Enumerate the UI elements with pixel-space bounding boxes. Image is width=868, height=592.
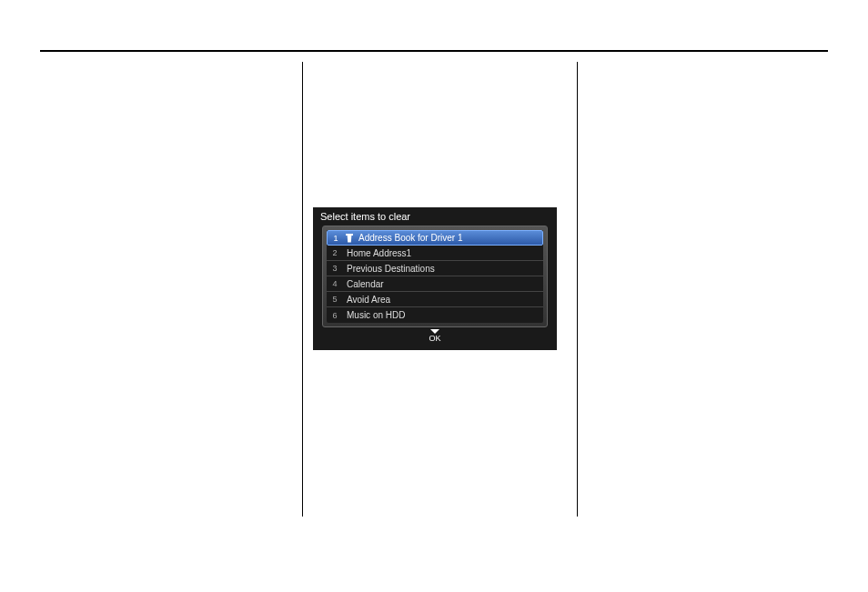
menu-item-label: Previous Destinations [343, 264, 543, 274]
column-divider [302, 62, 303, 517]
menu-item-label: Address Book for Driver 1 [355, 233, 542, 243]
menu-item-label: Home Address1 [343, 248, 543, 258]
menu-item[interactable]: 2Home Address1 [327, 246, 543, 261]
column-divider [577, 62, 578, 517]
screen-title: Select items to clear [313, 207, 557, 226]
menu-item-label: Avoid Area [343, 295, 543, 305]
menu-item-number: 3 [327, 264, 343, 273]
trash-icon [346, 234, 353, 243]
menu-item[interactable]: 1Address Book for Driver 1 [327, 230, 543, 246]
menu-item[interactable]: 4Calendar [327, 276, 543, 292]
menu-item-number: 5 [327, 295, 343, 304]
content-columns: Select items to clear 1Address Book for … [40, 62, 828, 517]
menu-item-label: Music on HDD [343, 310, 543, 320]
ok-label: OK [429, 334, 440, 343]
menu-list: 1Address Book for Driver 12Home Address1… [327, 230, 543, 323]
embedded-screenshot: Select items to clear 1Address Book for … [313, 207, 557, 350]
menu-item-number: 6 [327, 311, 343, 320]
menu-item-number: 2 [327, 248, 343, 257]
ok-control[interactable]: OK [322, 327, 548, 343]
screen-bezel: 1Address Book for Driver 12Home Address1… [313, 226, 557, 345]
menu-item-label: Calendar [343, 279, 543, 289]
menu-item-number: 1 [328, 234, 344, 243]
menu-item[interactable]: 3Previous Destinations [327, 261, 543, 276]
menu-item-number: 4 [327, 279, 343, 288]
screen-bezel-inner: 1Address Book for Driver 12Home Address1… [322, 226, 548, 327]
page-top-rule [40, 50, 828, 52]
menu-item[interactable]: 6Music on HDD [327, 307, 543, 323]
menu-item[interactable]: 5Avoid Area [327, 292, 543, 307]
